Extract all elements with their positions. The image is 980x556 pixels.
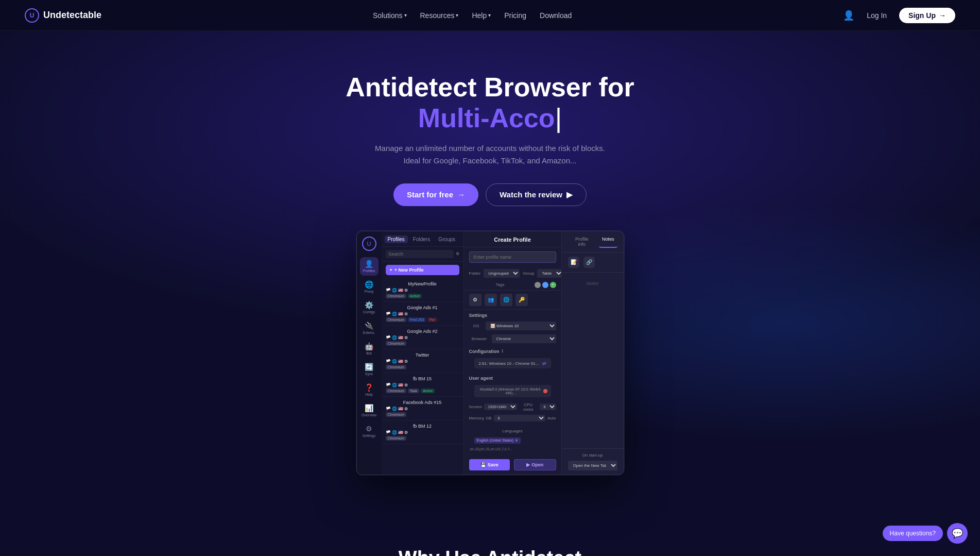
filter-icon[interactable]: ⚙ — [456, 251, 459, 256]
profiles-panel: Profiles Folders Groups ⚙ + + New Profil… — [382, 231, 464, 475]
nav-actions: 👤 Log In Sign Up → — [843, 8, 955, 23]
link-icon[interactable]: 🔗 — [583, 257, 595, 268]
startup-select[interactable]: Open the New Tab page — [568, 461, 617, 470]
tag-color-1[interactable] — [535, 282, 541, 288]
extensions-icon: 🔌 — [365, 322, 373, 330]
tab-groups[interactable]: Groups — [435, 235, 458, 243]
list-item[interactable]: Facebook Ads #15 🏳️ 🌐 🇺🇸 ⚙ Chromium — [382, 397, 463, 420]
list-item[interactable]: Google Ads #1 🏳️ 🌐 🇺🇸 ⚙ Chromium First 2… — [382, 302, 463, 326]
open-button[interactable]: ▶ Open — [514, 459, 556, 470]
sidebar-item-bot[interactable]: 🤖 Bot — [360, 340, 379, 358]
key-icon[interactable]: 🔑 — [515, 294, 528, 306]
globe-icon[interactable]: 🌐 — [500, 294, 512, 306]
nav-download[interactable]: Download — [535, 8, 577, 23]
why-title: Why Use Antidetect — [25, 547, 955, 556]
user-agent-section: User agent Mozilla/5.0 (Windows NT 10.0;… — [464, 372, 561, 401]
sidebar-item-overview[interactable]: 📊 Overview — [360, 401, 379, 420]
tags-row: Tags + — [464, 280, 561, 290]
sidebar-item-extensions[interactable]: 🔌 Extens. — [360, 319, 379, 338]
expand-icon[interactable]: ⇄ — [542, 361, 546, 366]
tab-profiles[interactable]: Profiles — [385, 235, 408, 243]
sync-icon: 🔄 — [365, 363, 373, 371]
profile-actions: 💾 Save ▶ Open — [464, 455, 561, 475]
create-profile-title: Create Profile — [464, 231, 561, 247]
search-input[interactable] — [386, 250, 454, 258]
profile-list: MyNewProfile 🏳️ 🌐 🇺🇸 ⚙ Chromium Active G… — [382, 278, 463, 475]
tag-color-2[interactable] — [542, 282, 548, 288]
nav-resources[interactable]: Resources ▾ — [415, 8, 464, 23]
app-screenshot: U 👤 Profiles 🌐 Proxy ⚙️ Configs 🔌 Extens… — [356, 231, 624, 475]
notes-content: Notes — [562, 273, 624, 292]
settings-tab-icon[interactable]: ⚙ — [469, 294, 482, 306]
list-item[interactable]: fb BM 15 🏳️ 🌐 🇺🇸 ⚙ Chromium Task Active — [382, 373, 463, 397]
chat-label[interactable]: Have questions? — [883, 526, 943, 541]
create-profile-panel: Create Profile Folder Ungrouped Group Ta… — [464, 231, 562, 475]
people-icon[interactable]: 👥 — [485, 294, 497, 306]
nav-links: Solutions ▾ Resources ▾ Help ▾ Pricing D… — [368, 8, 577, 23]
notes-panel: Profile info Notes 📝 🔗 Notes On start-up… — [562, 231, 624, 475]
tab-folders[interactable]: Folders — [410, 235, 433, 243]
chevron-down-icon: ▾ — [456, 12, 458, 18]
folder-row: Folder Ungrouped Group Table — [464, 267, 561, 280]
tab-profile-info[interactable]: Profile info — [568, 235, 596, 248]
list-item[interactable]: Twitter 🏳️ 🌐 🇺🇸 ⚙ Chromium — [382, 349, 463, 373]
info-icon: ℹ — [502, 349, 503, 353]
logo[interactable]: U Undetectable — [25, 8, 101, 23]
hero-title: Antidetect Browser for Multi-Acco| — [10, 72, 970, 134]
logo-text: Undetectable — [43, 10, 101, 21]
login-button[interactable]: Log In — [861, 8, 893, 23]
save-button[interactable]: 💾 Save — [469, 459, 510, 470]
nav-solutions[interactable]: Solutions ▾ — [368, 8, 412, 23]
new-profile-button[interactable]: + + New Profile — [386, 265, 459, 275]
list-item[interactable]: fb BM 12 🏳️ 🌐 🇺🇸 ⚙ Chromium — [382, 420, 463, 444]
list-item[interactable]: MyNewProfile 🏳️ 🌐 🇺🇸 ⚙ Chromium Active — [382, 278, 463, 302]
profiles-icon: 👤 — [365, 260, 373, 268]
start-free-button[interactable]: Start for free → — [393, 183, 478, 206]
screen-select[interactable]: 1920×1840 — [484, 403, 517, 410]
icon-row: ⚙ 👥 🌐 🔑 — [464, 290, 561, 310]
profiles-search: ⚙ — [382, 247, 463, 262]
memory-select[interactable]: 8 — [494, 415, 545, 422]
logo-icon: U — [25, 8, 39, 23]
person-icon[interactable]: 👤 — [843, 10, 854, 21]
settings-icon: ⚙ — [366, 425, 372, 433]
list-item[interactable]: Google Ads #2 🏳️ 🌐 🇺🇸 ⚙ Chromium — [382, 326, 463, 349]
os-select[interactable]: 🪟 Windows 10 — [486, 322, 556, 330]
bot-icon: 🤖 — [365, 342, 373, 350]
cpu-select[interactable]: 8 — [540, 403, 556, 410]
hero-section: Antidetect Browser for Multi-Acco| Manag… — [0, 31, 980, 516]
chevron-down-icon: ▾ — [488, 12, 491, 18]
configuration-section: Configuration ℹ 2.81: Windows 10 - Chrom… — [464, 345, 561, 372]
notes-toolbar: 📝 🔗 — [562, 252, 624, 273]
nav-pricing[interactable]: Pricing — [499, 8, 531, 23]
chevron-down-icon: ▾ — [404, 12, 407, 18]
signup-button[interactable]: Sign Up → — [899, 8, 955, 23]
profile-name-input[interactable] — [469, 251, 556, 263]
chat-widget: Have questions? 💬 — [883, 523, 968, 544]
tab-notes[interactable]: Notes — [599, 235, 617, 248]
app-screenshot-wrapper: U 👤 Profiles 🌐 Proxy ⚙️ Configs 🔌 Extens… — [10, 231, 970, 475]
nav-help[interactable]: Help ▾ — [467, 8, 496, 23]
sidebar-item-help[interactable]: ❓ Help — [360, 381, 379, 399]
folder-select[interactable]: Ungrouped — [484, 269, 520, 278]
languages-section: Languages English (United States) ✕ zh-J… — [464, 423, 561, 453]
notes-tabs: Profile info Notes — [562, 231, 624, 252]
sidebar-item-proxy[interactable]: 🌐 Proxy — [360, 278, 379, 296]
stop-icon[interactable] — [543, 389, 547, 393]
sidebar-item-settings[interactable]: ⚙ Settings — [360, 422, 379, 441]
screen-cpu-row: Screen 1920×1840 CPU cores 8 — [464, 401, 561, 413]
add-tag-button[interactable]: + — [550, 282, 556, 288]
watch-review-button[interactable]: Watch the review ▶ — [486, 183, 587, 206]
format-icon[interactable]: 📝 — [568, 257, 579, 268]
hero-buttons: Start for free → Watch the review ▶ — [10, 183, 970, 206]
group-select[interactable]: Table — [537, 269, 561, 278]
configs-icon: ⚙️ — [365, 301, 373, 309]
config-value: 2.81: Windows 10 - Chrome 91... ⇄ — [474, 358, 551, 368]
sidebar-item-sync[interactable]: 🔄 Sync — [360, 360, 379, 379]
sidebar-item-configs[interactable]: ⚙️ Configs — [360, 298, 379, 317]
chat-button[interactable]: 💬 — [947, 523, 968, 544]
sidebar-item-profiles[interactable]: 👤 Profiles — [360, 257, 379, 276]
browser-row: Browser Chrome — [464, 332, 561, 345]
startup-section: On start-up Open the New Tab page — [562, 448, 624, 475]
browser-select[interactable]: Chrome — [492, 334, 556, 343]
